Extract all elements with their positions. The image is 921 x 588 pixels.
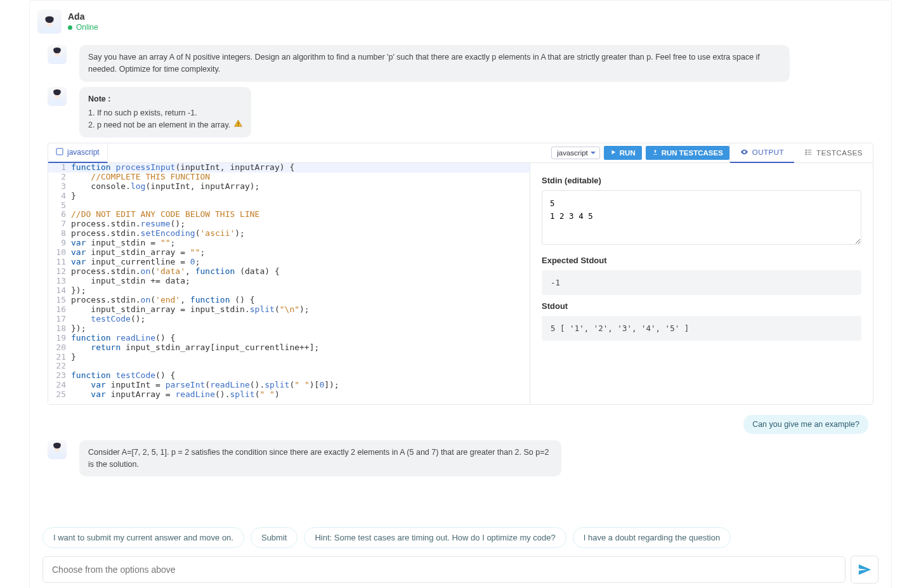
chip-doubt[interactable]: I have a doubt regarding the question: [573, 527, 731, 548]
svg-rect-6: [238, 122, 238, 124]
code-line[interactable]: 6//DO NOT EDIT ANY CODE BELOW THIS LINE: [48, 210, 530, 219]
code-content: });: [71, 286, 86, 296]
code-editor[interactable]: 1function processInput(inputInt, inputAr…: [48, 163, 530, 404]
note-line: 2. p need not be an element in the array…: [88, 119, 242, 131]
code-line[interactable]: 4}: [48, 192, 530, 201]
code-line[interactable]: 14});: [48, 286, 530, 296]
run-button[interactable]: RUN: [604, 146, 642, 160]
editor-toolbar: javascript javascript RUN RUN TE: [48, 143, 873, 163]
code-content: testCode();: [71, 315, 145, 324]
expected-stdout-value: -1: [542, 270, 861, 295]
tab-output[interactable]: OUTPUT: [730, 143, 794, 163]
code-line[interactable]: 1function processInput(inputInt, inputAr…: [48, 163, 530, 173]
message-input[interactable]: [42, 556, 846, 583]
chip-submit[interactable]: Submit: [251, 527, 297, 548]
line-number: 25: [48, 390, 71, 400]
line-number: 3: [48, 182, 71, 192]
line-number: 13: [48, 277, 71, 286]
code-line[interactable]: 16 input_stdin_array = input_stdin.split…: [48, 305, 530, 315]
code-line[interactable]: 18});: [48, 324, 530, 334]
code-content: function processInput(inputInt, inputArr…: [71, 163, 294, 173]
line-number: 7: [48, 219, 71, 229]
code-line[interactable]: 12process.stdin.on('data', function (dat…: [48, 267, 530, 277]
message-row: Say you have an array A of N positive in…: [48, 45, 884, 82]
output-pane: Stdin (editable) Expected Stdout -1 Stdo…: [530, 163, 873, 404]
chat-header: Ada Online: [37, 6, 884, 40]
code-line[interactable]: 3 console.log(inputInt, inputArray);: [48, 182, 530, 192]
code-line[interactable]: 7process.stdin.resume();: [48, 219, 530, 229]
run-testcases-button[interactable]: RUN TESTCASES: [646, 146, 729, 160]
code-content: }: [71, 353, 76, 362]
line-number: 4: [48, 192, 71, 201]
code-content: var input_currentline = 0;: [71, 258, 200, 267]
code-content: process.stdin.resume();: [71, 219, 185, 229]
language-tab-javascript[interactable]: javascript: [48, 143, 108, 163]
code-line[interactable]: 17 testCode();: [48, 315, 530, 324]
code-content: });: [71, 324, 86, 334]
note-bubble: Note : 1. If no such p exists, return -1…: [79, 87, 251, 138]
user-bubble: Can you give me an example?: [743, 415, 868, 434]
upload-icon: [652, 149, 658, 157]
code-line[interactable]: 22: [48, 362, 530, 371]
chip-hint-optimize[interactable]: Hint: Some test cases are timing out. Ho…: [304, 527, 566, 548]
code-line[interactable]: 8process.stdin.setEncoding('ascii');: [48, 229, 530, 238]
svg-rect-7: [238, 125, 238, 126]
code-line[interactable]: 20 return input_stdin_array[input_curren…: [48, 343, 530, 353]
line-number: 15: [48, 296, 71, 305]
code-content: var inputArray = readLine().split(" "): [71, 390, 280, 400]
code-line[interactable]: 15process.stdin.on('end', function () {: [48, 296, 530, 305]
code-line[interactable]: 24 var inputInt = parseInt(readLine().sp…: [48, 381, 530, 390]
code-content: var inputInt = parseInt(readLine().split…: [71, 381, 339, 390]
note-line: 1. If no such p exists, return -1.: [88, 107, 242, 119]
line-number: 12: [48, 267, 71, 277]
javascript-icon: [56, 148, 63, 157]
code-line[interactable]: 9var input_stdin = "";: [48, 238, 530, 248]
problem-bubble: Say you have an array A of N positive in…: [79, 45, 790, 82]
code-line[interactable]: 23function testCode() {: [48, 371, 530, 381]
svg-rect-8: [56, 148, 63, 155]
message-row: Consider A=[7, 2, 5, 1]. p = 2 satisfies…: [48, 440, 884, 477]
avatar: [48, 87, 67, 106]
code-content: //COMPLETE THIS FUNCTION: [71, 173, 210, 182]
language-select[interactable]: javascript: [551, 147, 600, 159]
line-number: 20: [48, 343, 71, 353]
code-line[interactable]: 19function readLine() {: [48, 334, 530, 343]
line-number: 17: [48, 315, 71, 324]
line-number: 5: [48, 201, 71, 211]
code-line[interactable]: 11var input_currentline = 0;: [48, 258, 530, 267]
avatar: [37, 10, 62, 34]
code-content: console.log(inputInt, inputArray);: [71, 182, 259, 192]
stdin-label: Stdin (editable): [542, 176, 861, 185]
line-number: 19: [48, 334, 71, 343]
code-line[interactable]: 10var input_stdin_array = "";: [48, 248, 530, 258]
line-number: 6: [48, 210, 71, 219]
svg-rect-3: [55, 53, 60, 56]
status-dot-icon: [68, 25, 72, 30]
line-number: 10: [48, 248, 71, 258]
line-number: 18: [48, 324, 71, 334]
code-content: var input_stdin = "";: [71, 238, 175, 248]
send-button[interactable]: [851, 556, 879, 584]
message-input-row: [42, 556, 879, 584]
status-indicator: Online: [68, 23, 98, 32]
line-number: 9: [48, 238, 71, 248]
tab-testcases[interactable]: TESTCASES: [794, 143, 873, 162]
code-line[interactable]: 5: [48, 201, 530, 211]
code-line[interactable]: 2 //COMPLETE THIS FUNCTION: [48, 173, 530, 182]
play-icon: [610, 149, 617, 157]
chip-submit-and-move-on[interactable]: I want to submit my current answer and m…: [42, 527, 244, 548]
stdout-value: 5 [ '1', '2', '3', '4', '5' ]: [542, 316, 861, 341]
expected-stdout-label: Expected Stdout: [542, 256, 861, 265]
code-content: input_stdin += data;: [71, 277, 190, 286]
code-line[interactable]: 21}: [48, 353, 530, 362]
svg-rect-10: [55, 448, 60, 452]
code-line[interactable]: 25 var inputArray = readLine().split(" "…: [48, 390, 530, 400]
line-number: 11: [48, 258, 71, 267]
code-content: process.stdin.setEncoding('ascii');: [71, 229, 245, 238]
avatar: [48, 45, 67, 64]
code-line[interactable]: 13 input_stdin += data;: [48, 277, 530, 286]
avatar: [48, 440, 67, 459]
suggestion-chips: I want to submit my current answer and m…: [42, 527, 879, 548]
stdin-input[interactable]: [542, 190, 861, 245]
code-content: }: [71, 192, 76, 201]
